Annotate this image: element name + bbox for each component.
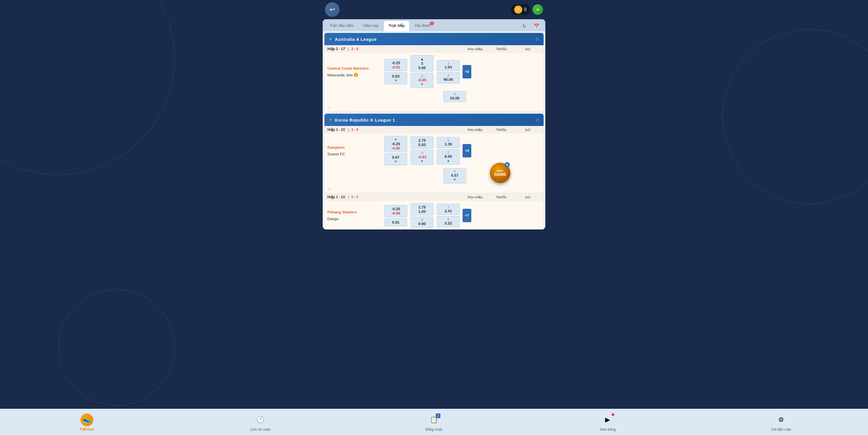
live-badge [612, 413, 614, 416]
x-btn-k1[interactable]: X 4.57 ▼ [443, 168, 466, 183]
match-teams-row: Central Coast Mariners Newcastle Jets i … [324, 53, 544, 90]
match-score: 2 - 0 [351, 47, 358, 51]
match-star-row-australia-1: ☆ [324, 104, 544, 112]
xiu-btn-k2[interactable]: U 0.90 [411, 217, 433, 228]
league-star-korea[interactable]: ☆ [535, 117, 539, 123]
league-name-korea: Korea Republic K League 1 [335, 118, 395, 122]
league-header-korea: ▼ Korea Republic K League 1 ☆ [324, 114, 544, 126]
col-headers: Kèo chấp Tài/Xỉu 1x2 [462, 47, 541, 51]
nav-betslip-label: Bảng cược [426, 428, 443, 432]
x-row-australia-1: X 10.00 [324, 90, 544, 104]
info-icon[interactable]: i [354, 73, 358, 77]
mini-game-button[interactable]: B MINI GAME [490, 163, 510, 183]
nav-live[interactable]: ▶ Xem bóng [521, 413, 694, 432]
1-val: 1.03 [444, 65, 452, 69]
xiu-label: U [421, 75, 423, 78]
more-btn-k2[interactable]: +7 [463, 209, 471, 222]
col-tai-xiu: Tài/Xỉu [488, 47, 515, 51]
2-btn-australia-1[interactable]: 2 90.00 [437, 72, 460, 83]
coin-value: 0 [524, 7, 527, 12]
keo-chap-home-k2[interactable]: -0.25 -0.99 [384, 205, 407, 217]
match-star-australia-1[interactable]: ☆ [327, 105, 332, 111]
top-bar-right: 🪙 0 + [510, 4, 543, 15]
nav-history[interactable]: 🕐 Lịch sử cược [174, 413, 347, 432]
match-australia-1: Hiệp 2 - 17' | 2 - 0 Kèo chấp Tài/Xỉu 1x… [324, 45, 544, 112]
keo-chap-home-k1[interactable]: ▼ -0.25 -0.95 [384, 136, 407, 152]
tai-val2: 0.85 [418, 66, 426, 70]
tab-live[interactable]: Trực tiếp [384, 21, 409, 31]
refresh-button[interactable]: ↻ [519, 21, 530, 31]
keo-chap-col: -0.25 -0.91 0.83 ▼ [383, 54, 409, 89]
col-1x2: 1x2 [515, 47, 541, 51]
back-button[interactable]: ↩ [325, 2, 340, 17]
1x2-col-australia-1: 1 1.03 2 90.00 [435, 54, 461, 89]
top-bar: ↩ 🪙 0 + [320, 0, 548, 19]
tab-favorites[interactable]: Yêu thích 8 [410, 21, 435, 31]
coin-icon: 🪙 [514, 5, 522, 14]
keo-chap-away-val: 0.83 [392, 74, 399, 79]
mini-badge: B [504, 162, 510, 167]
more-btn-australia-1[interactable]: +3 [463, 65, 471, 79]
tai-btn-k1[interactable]: 2.75 0.83 [411, 136, 433, 149]
match-header-row: Hiệp 2 - 17' | 2 - 0 Kèo chấp Tài/Xỉu 1x… [324, 45, 544, 53]
bottom-nav: 👟 Thể thao 🕐 Lịch sử cược 📋 2 Bảng cược … [0, 409, 868, 435]
tab-bar: Trận đấu sớm Hôm nay Trực tiếp Yêu thích… [323, 19, 545, 31]
tai-xiu-col: ▲ 3 0.85 U -0.95 ▼ [409, 54, 435, 89]
2-btn-k1[interactable]: 2 8.00 ▲ [437, 149, 460, 164]
teams-col: Central Coast Mariners Newcastle Jets i [324, 54, 383, 89]
keo-chap-home-val2: -0.91 [392, 65, 400, 69]
keo-chap-away-btn[interactable]: 0.83 ▼ [384, 72, 407, 84]
match-star-k1[interactable]: ☆ [327, 186, 332, 192]
match-period-k2: Hiệp 1 - 21' [327, 195, 346, 199]
more-btn-k1[interactable]: +4 [463, 144, 471, 157]
xiu-indicator: ▼ [420, 82, 424, 86]
match-header-row-k1: Hiệp 1 - 21' | 1 - 0 Kèo chấp Tài/Xỉu 1x… [324, 126, 544, 133]
calendar-button[interactable]: 📅 [530, 21, 543, 31]
xiu-val: -0.95 [418, 78, 427, 82]
2-val: 90.00 [444, 77, 453, 82]
2-label: 2 [447, 74, 449, 77]
xiu-btn-k1[interactable]: U -0.93 ▼ [411, 150, 433, 165]
1-btn-australia-1[interactable]: 1 1.03 [437, 60, 460, 71]
tab-today[interactable]: Hôm nay [359, 21, 383, 31]
tai-btn-k2[interactable]: 1.75 1.00 [411, 203, 433, 215]
team-home-k2[interactable]: Pohang Steelers [327, 210, 380, 214]
content-area: ▼ Australia A League ☆ Hiệp 2 - 17' | 2 … [323, 31, 545, 229]
keo-chap-home-btn[interactable]: -0.25 -0.91 [384, 59, 407, 71]
match-period: Hiệp 2 - 17' [327, 47, 346, 51]
nav-sports[interactable]: 👟 Thể thao [0, 413, 174, 432]
xiu-btn-australia-1[interactable]: U -0.95 ▼ [411, 73, 433, 88]
match-korea-2: Hiệp 1 - 21' | 0 - 0 Kèo chấp Tài/Xỉu 1x… [324, 193, 544, 229]
betslip-icon: 📋 2 [428, 413, 440, 426]
pipe: | [348, 47, 349, 51]
1-btn-k1[interactable]: 1 1.35 [437, 137, 460, 148]
x-btn-australia-1[interactable]: X 10.00 [443, 91, 466, 102]
2-btn-k2[interactable]: 2 3.22 [437, 216, 460, 227]
history-icon: 🕐 [254, 413, 267, 426]
league-header-australia: ▼ Australia A League ☆ [324, 33, 544, 45]
team-home-k1[interactable]: Gangwon [327, 145, 380, 150]
team-away-k1: Suwon FC [327, 152, 380, 156]
tai-val1: 3 [421, 61, 423, 66]
betslip-badge: 2 [436, 413, 440, 418]
nav-betslip[interactable]: 📋 2 Bảng cược [347, 413, 521, 432]
nav-settings-label: Cài đặt cược [771, 428, 792, 432]
keo-chap-away-k2[interactable]: 0.91 [384, 218, 407, 226]
tab-early[interactable]: Trận đấu sớm [325, 21, 358, 31]
team-home-australia-1[interactable]: Central Coast Mariners [327, 66, 380, 70]
col-keo-chap: Kèo chấp [462, 47, 488, 51]
1-btn-k2[interactable]: 1 2.41 [437, 204, 460, 215]
nav-sports-label: Thể thao [80, 428, 94, 432]
league-star-australia[interactable]: ☆ [535, 36, 539, 42]
league-name-australia: Australia A League [335, 37, 377, 42]
settings-icon: ⚙ [775, 413, 787, 426]
keo-chap-away-k1[interactable]: 0.87 ▼ [384, 153, 407, 165]
down-indicator: ▼ [394, 79, 398, 83]
1-label: 1 [447, 62, 449, 65]
nav-settings[interactable]: ⚙ Cài đặt cược [694, 413, 868, 432]
league-korea: ▼ Korea Republic K League 1 ☆ Hiệp 1 - 2… [324, 114, 544, 229]
chevron-icon-korea: ▼ [329, 118, 333, 122]
add-funds-button[interactable]: + [532, 4, 543, 15]
tai-btn-australia-1[interactable]: ▲ 3 0.85 [411, 55, 433, 72]
chevron-icon: ▼ [329, 37, 333, 41]
